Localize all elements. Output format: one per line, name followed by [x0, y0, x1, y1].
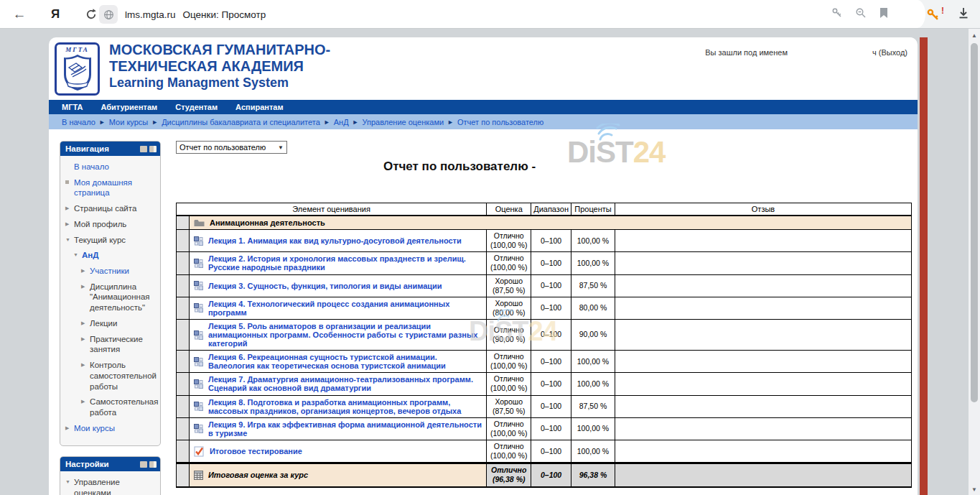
sidebar-item[interactable]: ▼Управление оценками [65, 477, 158, 495]
scroll-down-icon[interactable]: ▼ [969, 484, 980, 494]
breadcrumb-link[interactable]: АнД [334, 118, 349, 126]
logout-link[interactable]: ч (Выход) [872, 48, 907, 57]
sidebar-item[interactable]: Моя домашняя страница [65, 177, 158, 198]
activity-link[interactable]: Лекция 2. История и хронология массовых … [208, 254, 482, 272]
square-bullet-icon [65, 177, 74, 198]
password-key-icon[interactable] [831, 7, 843, 22]
activity-link[interactable]: Лекция 3. Сущность, функция, типология и… [208, 282, 442, 290]
breadcrumb-link[interactable]: Управление оценками [363, 118, 444, 126]
activity-link[interactable]: Лекция 4. Технологический процесс создан… [208, 300, 482, 317]
site-info-chip[interactable] [99, 5, 118, 24]
address-bar[interactable]: lms.mgta.ru Оценки: Просмотр [99, 4, 266, 24]
activity-link[interactable]: Лекция 5. Роль аниматоров в организации … [208, 322, 482, 348]
column-header: Оценка [487, 203, 531, 216]
chevron-down-icon[interactable]: ▼ [65, 235, 74, 246]
breadcrumb-link[interactable]: Отчет по пользователю [457, 118, 543, 126]
scroll-up-icon[interactable]: ▲ [969, 30, 980, 40]
sidebar-item-label: В начало [74, 162, 109, 172]
yandex-browser-icon[interactable]: Я [46, 5, 65, 24]
sidebar-item[interactable]: ▶Лекции [65, 318, 158, 329]
feedback-cell [615, 351, 911, 373]
grade-cell: Отлично(100,00 %) [487, 252, 531, 274]
column-header: Проценты [571, 203, 615, 216]
login-info: Вы зашли под именемч (Выход) [705, 48, 907, 57]
collapse-block-icon[interactable] [140, 461, 147, 468]
chevron-down-icon[interactable]: ▼ [65, 477, 74, 495]
scrollbar-thumb[interactable] [971, 43, 978, 402]
activity-link[interactable]: Лекция 1. Анимация как вид культурно-дос… [208, 236, 462, 245]
column-header: Отзыв [615, 203, 911, 216]
percent-cell: 100,00 % [571, 440, 615, 463]
refresh-icon[interactable] [82, 5, 101, 24]
feedback-cell [615, 463, 911, 487]
chevron-right-icon[interactable]: ▶ [81, 318, 90, 329]
activity-link[interactable]: Лекция 7. Драматургия анимационно-театра… [208, 375, 482, 392]
back-icon[interactable]: ← [10, 5, 29, 24]
sidebar-item[interactable]: ▶Самостоятельная работа [65, 397, 158, 417]
percent-cell: 100,00 % [571, 417, 615, 440]
sidebar-item[interactable]: ▶Практические занятия [65, 334, 158, 355]
chevron-right-icon[interactable]: ▶ [81, 397, 90, 417]
sidebar-item-label: Управление оценками [74, 477, 158, 495]
sidebar-item[interactable]: ▶Страницы сайта [65, 203, 158, 214]
url-text[interactable]: lms.mgta.ru [125, 9, 176, 20]
sidebar-item[interactable]: ▶Мой профиль [65, 219, 158, 230]
grade-cell: Хорошо(87,50 %) [487, 395, 531, 417]
sidebar-item[interactable]: ▶Мои курсы [65, 423, 158, 434]
lesson-icon [194, 357, 203, 366]
report-type-select[interactable]: Отчет по пользователю▼ [176, 141, 287, 154]
sidebar-item[interactable]: ▶Дисциплина "Анимационная деятельность" [65, 282, 158, 313]
chevron-down-icon[interactable]: ▼ [73, 250, 82, 261]
breadcrumb-separator-icon: ► [324, 119, 330, 126]
breadcrumb-link[interactable]: Мои курсы [109, 118, 148, 126]
grade-cell: Отлично(100,00 %) [487, 440, 531, 463]
percent-cell: 100,00 % [571, 252, 615, 274]
chevron-right-icon[interactable]: ▶ [65, 219, 74, 230]
chevron-right-icon[interactable]: ▶ [81, 266, 90, 277]
password-alert-icon[interactable]: ! [926, 8, 940, 22]
topnav-item-мгта[interactable]: МГТА [62, 103, 83, 111]
sidebar-item-label: Страницы сайта [74, 203, 136, 214]
grade-row: Лекция 9. Игра как эффективная форма ани… [177, 417, 912, 440]
feedback-cell [615, 417, 911, 440]
activity-link[interactable]: Итоговое тестирование [210, 447, 302, 455]
indent-cell [177, 395, 190, 417]
dock-block-icon[interactable] [149, 461, 157, 468]
sidebar-item[interactable]: ▼Текущий курс [65, 235, 158, 246]
range-cell: 0–100 [531, 297, 571, 319]
feedback-cell [615, 230, 911, 252]
quiz-icon [194, 446, 205, 457]
chevron-right-icon[interactable]: ▶ [81, 334, 90, 355]
activity-link[interactable]: Лекция 9. Игра как эффективная форма ани… [208, 420, 482, 438]
range-cell: 0–100 [531, 440, 571, 463]
activity-link[interactable]: Лекция 6. Рекреационная сущность туристс… [208, 353, 482, 370]
dock-block-icon[interactable] [149, 146, 157, 152]
activity-link[interactable]: Лекция 8. Подготовка и разработка анимац… [208, 398, 482, 415]
sidebar-item[interactable]: ▶Участники [65, 266, 158, 277]
zoom-icon[interactable] [855, 7, 867, 22]
topnav-item-абитуриентам[interactable]: Абитуриентам [101, 103, 157, 111]
page-heading: Отчет по пользователю - [383, 159, 536, 174]
chevron-right-icon[interactable]: ▶ [65, 423, 74, 434]
bookmark-icon[interactable] [879, 7, 889, 22]
chevron-right-icon[interactable]: ▶ [81, 282, 90, 313]
chevron-right-icon[interactable]: ▶ [65, 203, 74, 214]
percent-cell: 100,00 % [571, 230, 615, 252]
breadcrumb-link[interactable]: В начало [62, 118, 95, 126]
indent-cell [177, 230, 190, 252]
sidebar-item-label: Мой профиль [74, 219, 126, 230]
window-scrollbar[interactable]: ▲ ▼ [969, 29, 980, 495]
column-header: Элемент оценивания [177, 203, 487, 216]
sidebar-item[interactable]: В начало [65, 162, 158, 172]
chevron-right-icon[interactable]: ▶ [81, 360, 90, 392]
collapse-block-icon[interactable] [140, 146, 147, 152]
download-icon[interactable] [957, 6, 970, 22]
topnav-item-студентам[interactable]: Студентам [175, 103, 218, 111]
sidebar-item[interactable]: ▼АнД [65, 250, 158, 261]
lms-page: МГТА МОСКОВСКАЯ ГУМАНИТАРНО- ТЕХНИЧЕСКАЯ… [49, 37, 918, 495]
breadcrumb-separator-icon: ► [151, 119, 158, 126]
breadcrumb-link[interactable]: Дисциплины бакалавриата и специалитета [162, 118, 320, 126]
site-title: МОСКОВСКАЯ ГУМАНИТАРНО- ТЕХНИЧЕСКАЯ АКАД… [109, 42, 330, 91]
sidebar-item[interactable]: ▶Контроль самостоятельной работы [65, 360, 158, 392]
topnav-item-аспирантам[interactable]: Аспирантам [235, 103, 283, 111]
